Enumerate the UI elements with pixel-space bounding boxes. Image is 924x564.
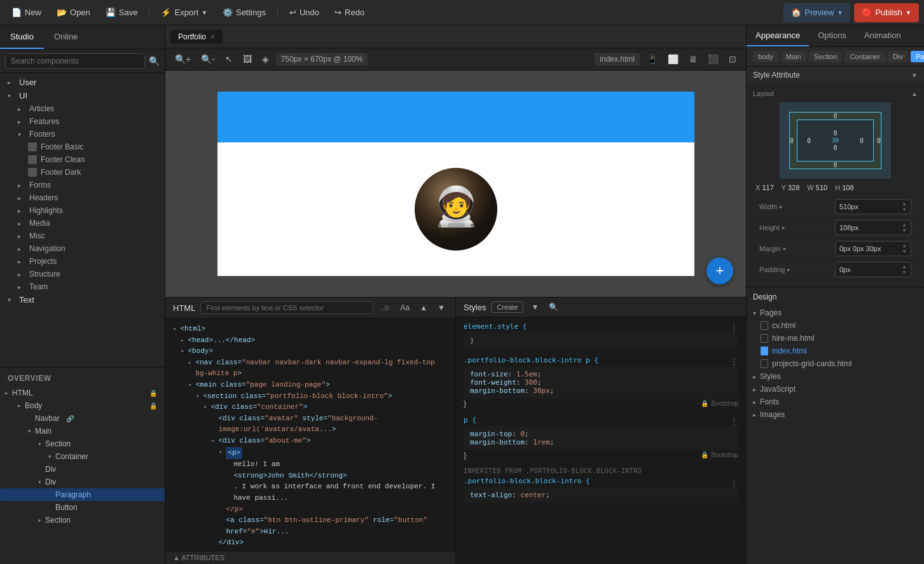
- overview-item-body[interactable]: ▸ Body 🔒: [0, 399, 165, 412]
- sidebar-item-features[interactable]: ▸ Features: [0, 115, 165, 128]
- overview-item-html[interactable]: ▸ HTML 🔒: [0, 387, 165, 399]
- sidebar-item-misc[interactable]: ▸ Misc: [0, 230, 165, 242]
- expand-icon[interactable]: ▾: [219, 448, 222, 457]
- height-stepper[interactable]: ▲▼: [902, 222, 907, 233]
- elem-section[interactable]: Section: [809, 51, 843, 62]
- settings-button[interactable]: ⚙️ Settings: [216, 3, 272, 22]
- sidebar-item-highlights[interactable]: ▸ Highlights: [0, 204, 165, 217]
- sidebar-item-articles[interactable]: ▸ Articles: [0, 102, 165, 115]
- open-button[interactable]: 📂 Open: [50, 3, 97, 22]
- elem-paragraph[interactable]: Paragraph: [911, 51, 924, 62]
- tab-animation[interactable]: Animation: [855, 25, 910, 46]
- down-btn[interactable]: ▼: [435, 302, 448, 313]
- sidebar-item-team[interactable]: ▸ Team: [0, 280, 165, 293]
- pages-toggle[interactable]: ▾ Pages: [753, 306, 918, 319]
- new-button[interactable]: 📄 New: [5, 3, 48, 22]
- font-btn[interactable]: Aa: [398, 302, 413, 313]
- html-line-selected[interactable]: ▾ <p>: [173, 447, 448, 460]
- search-style-btn[interactable]: 🔍: [546, 301, 561, 313]
- width-input[interactable]: 510px ▲▼: [835, 199, 911, 214]
- overview-item-div1[interactable]: ▸ Div: [0, 463, 165, 476]
- sidebar-item-ui[interactable]: ▾ UI: [0, 89, 165, 102]
- sidebar-item-forms[interactable]: ▸ Forms: [0, 179, 165, 191]
- height-input[interactable]: 108px ▲▼: [835, 220, 911, 235]
- mobile-view-button[interactable]: 📱: [644, 52, 661, 66]
- overview-item-section2[interactable]: ▸ Section: [0, 514, 165, 526]
- collapse-icon[interactable]: ▼: [911, 72, 918, 79]
- fonts-toggle[interactable]: ▸ Fonts: [753, 395, 918, 408]
- overview-item-paragraph[interactable]: ▸ Paragraph: [0, 488, 165, 501]
- tab-options[interactable]: Options: [809, 25, 855, 46]
- elem-div[interactable]: Div: [888, 51, 908, 62]
- overview-item-section[interactable]: ▾ Section: [0, 437, 165, 450]
- html-search-input[interactable]: [200, 301, 373, 314]
- undo-button[interactable]: ↩ Undo: [283, 3, 326, 22]
- expand-icon[interactable]: ▾: [203, 403, 207, 412]
- overview-item-navbar[interactable]: ▸ Navbar 🔗: [0, 412, 165, 425]
- page-item-hire[interactable]: hire-me.html: [761, 332, 918, 345]
- sidebar-item-footers[interactable]: ▾ Footers: [0, 128, 165, 141]
- elem-body[interactable]: body: [753, 51, 778, 62]
- sidebar-item-headers[interactable]: ▸ Headers: [0, 191, 165, 204]
- image-tool-button[interactable]: 🖼: [240, 52, 255, 66]
- padding-input[interactable]: 0px ▲▼: [835, 262, 911, 277]
- expand-icon[interactable]: ▸: [188, 359, 191, 368]
- page-item-cv[interactable]: cv.html: [761, 319, 918, 332]
- doc-tab-portfolio[interactable]: Portfolio ✕: [170, 30, 223, 44]
- styles-toggle[interactable]: ▸ Styles: [753, 370, 918, 383]
- padding-stepper[interactable]: ▲▼: [902, 264, 907, 275]
- width-stepper[interactable]: ▲▼: [902, 201, 907, 212]
- sidebar-item-projects[interactable]: ▸ Projects: [0, 255, 165, 268]
- sidebar-item-structure[interactable]: ▸ Structure: [0, 268, 165, 280]
- images-toggle[interactable]: ▸ Images: [753, 408, 918, 421]
- desktop-view-button[interactable]: 🖥: [686, 52, 701, 66]
- expand-icon[interactable]: ▸: [181, 336, 184, 345]
- redo-button[interactable]: ↪ Redo: [328, 3, 371, 22]
- create-style-button[interactable]: Create: [491, 301, 523, 313]
- up-btn[interactable]: ▲: [417, 302, 430, 313]
- canvas-file-selector[interactable]: index.html: [595, 53, 640, 65]
- pointer-tool-button[interactable]: ↖: [222, 52, 236, 66]
- margin-input[interactable]: 0px 0px 30px ▲▼: [835, 241, 911, 256]
- sidebar-item-text[interactable]: ▾ Text: [0, 293, 165, 306]
- style-menu-icon[interactable]: ⋮: [730, 357, 738, 366]
- create-dropdown-btn[interactable]: ▼: [528, 301, 541, 313]
- widescreen-view-button[interactable]: ⬛: [705, 52, 722, 66]
- margin-stepper[interactable]: ▲▼: [902, 243, 907, 254]
- save-button[interactable]: 💾 Save: [99, 3, 144, 22]
- expand-icon[interactable]: ▾: [181, 347, 184, 356]
- attributes-bar[interactable]: ▲ ATTRIBUTES: [165, 551, 455, 564]
- overview-item-main[interactable]: ▾ Main: [0, 425, 165, 437]
- overview-item-button[interactable]: ▸ Button: [0, 501, 165, 514]
- zoom-in-button[interactable]: 🔍+: [172, 52, 194, 66]
- expand-icon[interactable]: ▾: [196, 392, 199, 401]
- overview-item-div2[interactable]: ▾ Div: [0, 476, 165, 488]
- elem-container[interactable]: Container: [845, 51, 885, 62]
- page-item-index[interactable]: index.html: [761, 345, 918, 357]
- page-item-projects[interactable]: projects-grid-cards.html: [761, 357, 918, 370]
- fullscreen-view-button[interactable]: ⊡: [726, 52, 740, 66]
- publish-button[interactable]: 🔴 Publish ▼: [854, 3, 919, 22]
- style-menu-icon[interactable]: ⋮: [730, 478, 738, 487]
- layers-tool-button[interactable]: ◈: [259, 52, 272, 66]
- sidebar-item-footer-dark[interactable]: Footer Dark: [0, 166, 165, 179]
- tab-appearance[interactable]: Appearance: [747, 25, 809, 46]
- search-icon-btn[interactable]: 🔍: [149, 56, 160, 66]
- javascript-toggle[interactable]: ▸ JavaScript: [753, 383, 918, 395]
- css-selector-btn[interactable]: .☆: [378, 302, 392, 313]
- sidebar-item-footer-basic[interactable]: Footer Basic: [0, 141, 165, 153]
- sidebar-item-footer-clean[interactable]: Footer Clean: [0, 153, 165, 166]
- expand-icon[interactable]: ▾: [173, 325, 176, 334]
- elem-main[interactable]: Main: [781, 51, 806, 62]
- export-button[interactable]: ⚡ Export ▼: [155, 3, 214, 22]
- overview-item-container[interactable]: ▾ Container: [0, 450, 165, 463]
- style-menu-icon[interactable]: ⋮: [730, 416, 738, 426]
- layout-collapse-btn[interactable]: ▲: [911, 90, 918, 97]
- expand-icon[interactable]: ▾: [188, 381, 191, 390]
- sidebar-item-navigation[interactable]: ▸ Navigation: [0, 242, 165, 255]
- preview-button[interactable]: 🏠 Preview ▼: [783, 3, 850, 22]
- expand-icon[interactable]: ▾: [211, 437, 214, 446]
- search-input[interactable]: [5, 53, 145, 69]
- sidebar-item-user[interactable]: ▸ User: [0, 76, 165, 89]
- style-menu-icon[interactable]: ⋮: [730, 323, 738, 333]
